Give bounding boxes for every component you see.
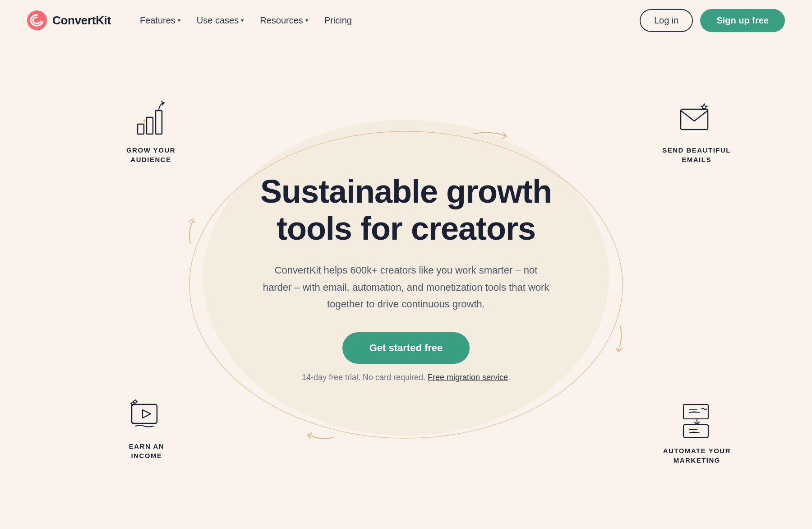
nav-pricing[interactable]: Pricing [318, 12, 358, 29]
nav-links: Features ▾ Use cases ▾ Resources ▾ Prici… [134, 12, 358, 29]
grow-icon [131, 99, 171, 140]
automate-icon [677, 400, 717, 441]
svg-rect-3 [147, 117, 153, 134]
svg-point-5 [143, 120, 145, 122]
svg-rect-4 [156, 111, 162, 134]
feature-income: EARN ANINCOME [126, 395, 167, 460]
grow-label: GROW YOURAUDIENCE [126, 145, 175, 164]
signup-button[interactable]: Sign up free [700, 9, 785, 32]
svg-rect-15 [683, 425, 708, 437]
navigation: ConvertKit Features ▾ Use cases ▾ Resour… [0, 0, 812, 41]
chevron-down-icon: ▾ [305, 17, 308, 23]
income-label: EARN ANINCOME [129, 441, 164, 460]
chevron-down-icon: ▾ [178, 17, 180, 23]
automate-label: AUTOMATE YOURMARKETING [663, 446, 731, 465]
cta-button[interactable]: Get started free [342, 332, 470, 364]
migration-link[interactable]: Free migration service [428, 373, 508, 382]
income-icon [126, 395, 167, 436]
svg-point-12 [133, 402, 135, 404]
email-icon [676, 99, 717, 140]
nav-features[interactable]: Features ▾ [134, 12, 187, 29]
feature-automate: AUTOMATE YOURMARKETING [663, 400, 731, 465]
nav-resources[interactable]: Resources ▾ [254, 12, 314, 29]
feature-grow: GROW YOURAUDIENCE [126, 99, 175, 164]
email-label: SEND BEAUTIFULEMAILS [662, 145, 731, 164]
hero-subtitle: ConvertKit helps 600k+ creators like you… [262, 262, 550, 312]
svg-rect-10 [681, 109, 708, 130]
logo-text: ConvertKit [52, 14, 111, 28]
login-button[interactable]: Log in [640, 9, 693, 32]
trial-info: 14-day free trial. No card required. Fre… [244, 373, 568, 382]
logo[interactable]: ConvertKit [27, 10, 111, 30]
svg-rect-11 [132, 404, 157, 423]
svg-rect-2 [138, 124, 144, 134]
hero-content: Sustainable growth tools for creators Co… [244, 173, 568, 383]
feature-email: SEND BEAUTIFULEMAILS [662, 99, 731, 164]
chevron-down-icon: ▾ [241, 17, 244, 23]
logo-icon [27, 10, 47, 30]
nav-right: Log in Sign up free [640, 9, 785, 32]
hero-section: GROW YOURAUDIENCE SEND BEAUTIFULEMAILS [0, 41, 812, 515]
hero-title: Sustainable growth tools for creators [244, 173, 568, 248]
nav-use-cases[interactable]: Use cases ▾ [190, 12, 250, 29]
nav-left: ConvertKit Features ▾ Use cases ▾ Resour… [27, 10, 358, 30]
